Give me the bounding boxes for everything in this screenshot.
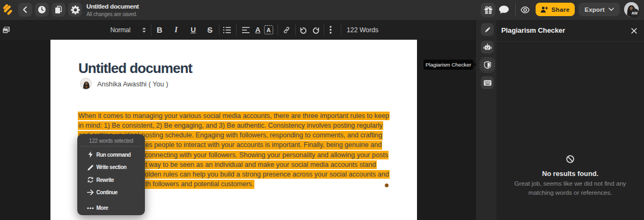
svg-text:A: A [266, 27, 270, 33]
